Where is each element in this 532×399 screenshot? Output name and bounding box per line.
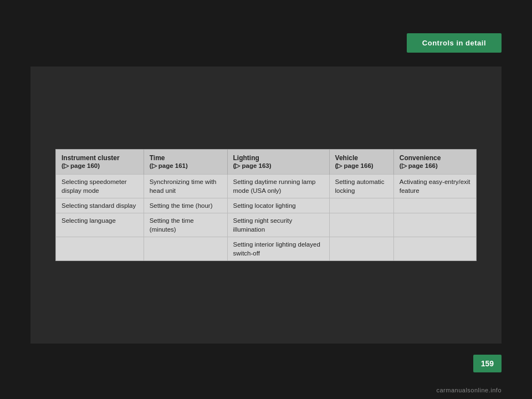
cell-vehicle-4 xyxy=(329,237,393,261)
header-bar: Controls in detail xyxy=(407,33,502,53)
col-header-convenience: Convenience (▷ page 166) xyxy=(393,150,476,175)
header-title: Controls in detail xyxy=(422,39,486,47)
cell-time-2: Setting the time (hour) xyxy=(144,198,227,213)
page-number: 159 xyxy=(481,359,494,368)
table-container: Instrument cluster (▷ page 160) Time (▷ … xyxy=(55,149,477,262)
col-header-vehicle: Vehicle (▷ page 166) xyxy=(329,150,393,175)
table-row: Selecting language Setting the time (min… xyxy=(56,213,476,237)
cell-vehicle-2 xyxy=(329,198,393,213)
table-header-row: Instrument cluster (▷ page 160) Time (▷ … xyxy=(56,150,476,175)
main-content: Instrument cluster (▷ page 160) Time (▷ … xyxy=(30,66,502,344)
cell-time-1: Synchronizing time with head unit xyxy=(144,174,227,198)
cell-lighting-4: Setting interior lighting delayed switch… xyxy=(227,237,329,261)
cell-convenience-1: Activating easy-entry/exit feature xyxy=(393,174,476,198)
table-row: Selecting standard display Setting the t… xyxy=(56,198,476,213)
cell-instrument-1: Selecting speedometer display mode xyxy=(56,174,144,198)
col-header-lighting: Lighting (▷ page 163) xyxy=(227,150,329,175)
cell-convenience-4 xyxy=(393,237,476,261)
page-number-box: 159 xyxy=(473,355,502,372)
cell-instrument-3: Selecting language xyxy=(56,213,144,237)
cell-time-4 xyxy=(144,237,227,261)
cell-lighting-2: Setting locator lighting xyxy=(227,198,329,213)
cell-vehicle-3 xyxy=(329,213,393,237)
col-header-instrument-cluster: Instrument cluster (▷ page 160) xyxy=(56,150,144,175)
table-row: Selecting speedometer display mode Synch… xyxy=(56,174,476,198)
cell-convenience-3 xyxy=(393,213,476,237)
cell-lighting-1: Setting daytime running lamp mode (USA o… xyxy=(227,174,329,198)
cell-instrument-4 xyxy=(56,237,144,261)
cell-instrument-2: Selecting standard display xyxy=(56,198,144,213)
cell-lighting-3: Setting night security illumination xyxy=(227,213,329,237)
col-header-time: Time (▷ page 161) xyxy=(144,150,227,175)
content-table: Instrument cluster (▷ page 160) Time (▷ … xyxy=(56,150,476,261)
cell-vehicle-1: Setting automatic locking xyxy=(329,174,393,198)
watermark: carmanualsonline.info xyxy=(436,387,502,393)
cell-time-3: Setting the time (minutes) xyxy=(144,213,227,237)
cell-convenience-2 xyxy=(393,198,476,213)
table-row: Setting interior lighting delayed switch… xyxy=(56,237,476,261)
